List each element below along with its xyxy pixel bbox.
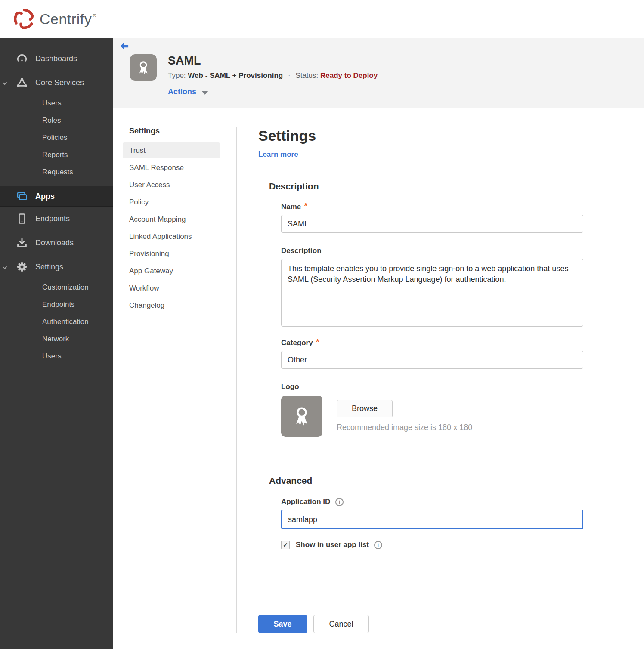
chevron-down-icon[interactable] bbox=[2, 264, 8, 270]
sidebar-item-network[interactable]: Network bbox=[0, 331, 113, 348]
category-input[interactable] bbox=[281, 351, 583, 369]
actions-dropdown[interactable]: Actions bbox=[168, 87, 378, 96]
top-bar: Centrify ® bbox=[0, 0, 644, 38]
core-services-icon bbox=[15, 77, 28, 89]
subnav-item-user-access[interactable]: User Access bbox=[123, 177, 220, 193]
learn-more-link[interactable]: Learn more bbox=[258, 150, 298, 159]
browse-button[interactable]: Browse bbox=[337, 400, 393, 417]
application-id-label: Application ID i bbox=[281, 498, 644, 506]
show-in-app-list-checkbox[interactable]: ✓ bbox=[281, 541, 290, 549]
sidebar-item-label: Roles bbox=[42, 116, 61, 124]
cancel-button[interactable]: Cancel bbox=[313, 615, 369, 633]
subnav-item-app-gateway[interactable]: App Gateway bbox=[123, 263, 220, 279]
sidebar-item-label: Apps bbox=[35, 192, 55, 201]
meta-separator: · bbox=[288, 71, 291, 80]
chevron-down-icon[interactable] bbox=[2, 80, 8, 86]
sidebar-item-policies[interactable]: Policies bbox=[0, 129, 113, 146]
subnav-item-provisioning[interactable]: Provisioning bbox=[123, 246, 220, 262]
sidebar-spacer bbox=[0, 181, 113, 186]
sidebar-item-label: Customization bbox=[42, 283, 89, 291]
sidebar-item-label: Downloads bbox=[35, 238, 74, 247]
sidebar: Dashboards Core Services Users Roles Pol… bbox=[0, 38, 113, 649]
sidebar-item-authentication[interactable]: Authentication bbox=[0, 313, 113, 331]
sidebar-item-roles[interactable]: Roles bbox=[0, 112, 113, 129]
sidebar-item-label: Dashboards bbox=[35, 54, 77, 63]
description-label: Description bbox=[281, 247, 644, 255]
centrify-swirl-icon bbox=[13, 8, 35, 30]
main-area: SAML Type: Web - SAML + Provisioning · S… bbox=[113, 38, 644, 649]
sidebar-item-requests[interactable]: Requests bbox=[0, 164, 113, 181]
app-header: SAML Type: Web - SAML + Provisioning · S… bbox=[113, 38, 644, 108]
application-id-field: Application ID i bbox=[281, 498, 644, 529]
subnav-item-account-mapping[interactable]: Account Mapping bbox=[123, 211, 220, 227]
description-section-heading: Description bbox=[269, 181, 644, 192]
subnav-header: Settings bbox=[123, 127, 236, 136]
ribbon-icon bbox=[290, 404, 314, 428]
sidebar-item-settings-users[interactable]: Users bbox=[0, 348, 113, 365]
application-id-label-text: Application ID bbox=[281, 498, 330, 506]
description-label-text: Description bbox=[281, 247, 322, 255]
sidebar-item-label: Policies bbox=[42, 133, 68, 142]
description-textarea[interactable]: This template enables you to provide sin… bbox=[281, 259, 583, 327]
sidebar-item-settings-endpoints[interactable]: Endpoints bbox=[0, 296, 113, 313]
info-icon[interactable]: i bbox=[374, 541, 382, 549]
category-field: Category * bbox=[281, 339, 644, 369]
brand-trademark: ® bbox=[93, 13, 96, 18]
page-title: Settings bbox=[258, 127, 644, 144]
name-field: Name * bbox=[281, 203, 644, 233]
sidebar-item-label: Requests bbox=[42, 168, 73, 176]
sidebar-item-reports[interactable]: Reports bbox=[0, 146, 113, 164]
caret-down-icon bbox=[201, 91, 208, 95]
subnav-item-workflow[interactable]: Workflow bbox=[123, 280, 220, 296]
status-label: Status: bbox=[295, 71, 318, 80]
logo-preview bbox=[281, 396, 322, 437]
sidebar-item-core-services[interactable]: Core Services bbox=[0, 71, 113, 95]
subnav-item-saml-response[interactable]: SAML Response bbox=[123, 160, 220, 176]
sidebar-item-label: Reports bbox=[42, 151, 68, 159]
subnav-item-trust[interactable]: Trust bbox=[123, 142, 220, 158]
sidebar-item-customization[interactable]: Customization bbox=[0, 279, 113, 296]
sidebar-item-settings[interactable]: Settings bbox=[0, 255, 113, 279]
sidebar-item-apps[interactable]: Apps bbox=[0, 186, 113, 207]
sidebar-item-label: Core Services bbox=[35, 78, 84, 87]
form-actions: Save Cancel bbox=[258, 615, 644, 633]
subnav-item-linked-applications[interactable]: Linked Applications bbox=[123, 229, 220, 244]
required-asterisk: * bbox=[304, 201, 307, 211]
actions-label: Actions bbox=[168, 87, 196, 96]
application-id-input[interactable] bbox=[281, 510, 583, 529]
gauge-icon bbox=[15, 53, 28, 65]
info-icon[interactable]: i bbox=[335, 498, 344, 506]
settings-form: Settings Learn more Description Name * D… bbox=[236, 127, 644, 633]
logo-size-hint: Recommended image size is 180 x 180 bbox=[337, 423, 472, 432]
show-in-app-list-row: ✓ Show in user app list i bbox=[281, 541, 644, 549]
sidebar-item-users[interactable]: Users bbox=[0, 95, 113, 112]
sidebar-item-label: Users bbox=[42, 99, 61, 107]
back-button[interactable] bbox=[120, 42, 129, 51]
sidebar-item-downloads[interactable]: Downloads bbox=[0, 231, 113, 255]
subnav-item-changelog[interactable]: Changelog bbox=[123, 297, 220, 313]
sidebar-item-label: Settings bbox=[35, 263, 63, 272]
name-input[interactable] bbox=[281, 215, 583, 233]
category-label: Category * bbox=[281, 339, 644, 347]
name-label: Name * bbox=[281, 203, 644, 211]
brand-name: Centrify bbox=[40, 11, 92, 28]
advanced-section-heading: Advanced bbox=[269, 476, 644, 486]
name-label-text: Name bbox=[281, 203, 301, 211]
sidebar-item-label: Authentication bbox=[42, 318, 89, 326]
save-button[interactable]: Save bbox=[258, 615, 307, 633]
logo-field: Logo Browse Recommended image size is 18… bbox=[281, 383, 644, 437]
type-value: Web - SAML + Provisioning bbox=[188, 71, 283, 80]
sidebar-item-dashboards[interactable]: Dashboards bbox=[0, 46, 113, 71]
subnav-item-policy[interactable]: Policy bbox=[123, 194, 220, 210]
app-meta: Type: Web - SAML + Provisioning · Status… bbox=[168, 71, 378, 80]
settings-subnav: Settings Trust SAML Response User Access… bbox=[113, 108, 236, 649]
download-icon bbox=[15, 237, 28, 249]
required-asterisk: * bbox=[316, 337, 319, 347]
back-arrow-icon bbox=[120, 42, 129, 51]
centrify-logo: Centrify ® bbox=[13, 8, 96, 30]
app-title: SAML bbox=[168, 54, 378, 68]
sidebar-item-endpoints[interactable]: Endpoints bbox=[0, 207, 113, 231]
ribbon-icon bbox=[135, 59, 152, 76]
sidebar-item-label: Users bbox=[42, 352, 61, 360]
logo-label-text: Logo bbox=[281, 383, 299, 391]
